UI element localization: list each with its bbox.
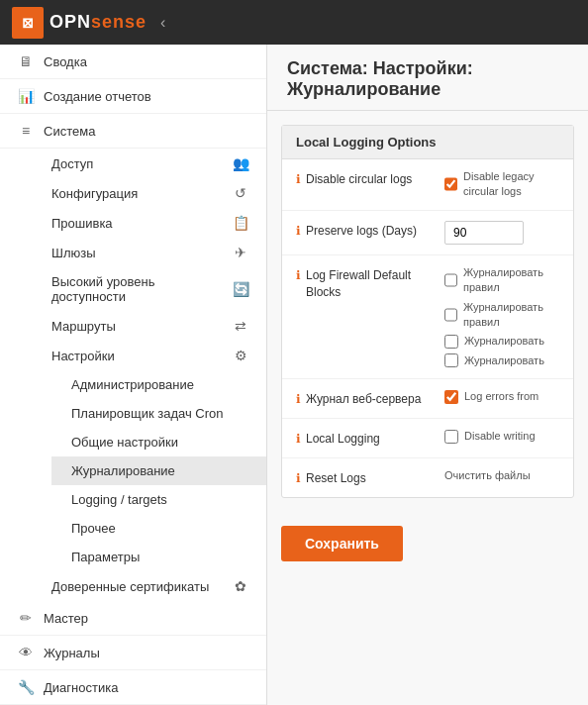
log-firewall-value: Журналировать правил Журналировать прави… <box>444 265 559 368</box>
sidebar-item-label: Прочее <box>71 521 116 536</box>
sidebar-item-label: Параметры <box>71 550 140 564</box>
sidebar-item-logtargets[interactable]: Logging / targets <box>51 485 266 514</box>
sidebar-item-label: Планировщик задач Cron <box>71 406 224 421</box>
sidebar-item-logging[interactable]: Журналирование <box>51 456 266 485</box>
sidebar-item-reports[interactable]: 📊 Создание отчетов <box>0 79 266 114</box>
eye-icon: 👁 <box>16 645 36 660</box>
logo: ⊠ OPNsense <box>12 7 147 39</box>
pencil-icon: ✏ <box>16 610 36 626</box>
sidebar-item-label: Диагностика <box>44 680 118 695</box>
log-firewall-cb3[interactable] <box>444 335 458 349</box>
preserve-logs-value <box>444 221 559 245</box>
main-content: Система: Настройки: Журналирование Local… <box>267 45 588 705</box>
sidebar-item-label: Доступ <box>51 156 93 171</box>
sidebar-item-label: Сводка <box>44 54 87 69</box>
local-logging-desc: Disable writing <box>464 429 536 444</box>
local-logging-section: Local Logging Options ℹ Disable circular… <box>281 125 574 498</box>
sidebar-item-params[interactable]: Параметры <box>51 543 266 571</box>
sidebar-item-routes[interactable]: Маршруты ⇄ <box>36 311 266 341</box>
log-firewall-desc3: Журналировать <box>464 334 544 349</box>
sidebar-item-journalslogs[interactable]: 👁 Журналы <box>0 636 266 670</box>
reset-logs-desc: Очистить файлы <box>444 468 559 483</box>
disable-circular-row: ℹ Disable circular logs Disable legacy c… <box>282 159 573 211</box>
local-logging-row: ℹ Local Logging Disable writing <box>282 419 573 458</box>
sidebar-item-label: Конфигурация <box>51 186 138 201</box>
sidebar-item-misc[interactable]: Прочее <box>51 514 266 543</box>
label-text: Disable circular logs <box>306 171 412 188</box>
sidebar: 🖥 Сводка 📊 Создание отчетов ≡ Система До… <box>0 45 267 705</box>
log-firewall-row: ℹ Log Firewall Default Blocks Журналиров… <box>282 255 573 379</box>
label-text: Журнал веб-сервера <box>306 391 421 408</box>
save-button[interactable]: Сохранить <box>281 526 403 561</box>
sync-icon: 🔄 <box>231 281 250 297</box>
sidebar-item-label: Создание отчетов <box>44 89 151 104</box>
label-text: Preserve logs (Days) <box>306 223 417 240</box>
info-icon: ℹ <box>296 471 301 485</box>
sidebar-item-admin[interactable]: Администрирование <box>51 370 266 399</box>
web-server-log-row: ℹ Журнал веб-сервера Log errors from <box>282 379 573 419</box>
web-server-log-value: Log errors from <box>444 389 559 404</box>
label-text: Log Firewall Default Blocks <box>306 267 435 301</box>
sidebar-item-diag[interactable]: 🔧 Диагностика <box>0 670 266 705</box>
sidebar-item-config[interactable]: Конфигурация ↺ <box>36 178 266 208</box>
sidebar-toggle-icon[interactable]: ‹ <box>160 14 165 32</box>
disable-circular-desc: Disable legacy circular logs <box>463 169 559 200</box>
local-logging-checkbox[interactable] <box>444 430 458 444</box>
web-server-log-desc: Log errors from <box>464 389 539 404</box>
users-icon: 👥 <box>231 155 250 171</box>
label-text: Reset Logs <box>306 470 366 487</box>
sidebar-item-firmware[interactable]: Прошивка 📋 <box>36 208 266 238</box>
sidebar-item-system[interactable]: ≡ Система <box>0 114 266 149</box>
cert-icon: ✿ <box>231 578 250 594</box>
refresh-icon: ↺ <box>231 185 250 201</box>
info-icon: ℹ <box>296 392 301 406</box>
firmware-icon: 📋 <box>231 215 250 231</box>
sidebar-item-settings[interactable]: Настройки ⚙ <box>36 341 266 370</box>
monitor-icon: 🖥 <box>16 53 36 69</box>
sidebar-item-label: Высокий уровень доступности <box>51 274 231 304</box>
sidebar-item-label: Журналирование <box>71 463 175 478</box>
info-icon: ℹ <box>296 172 301 186</box>
disable-circular-value: Disable legacy circular logs <box>444 169 559 200</box>
log-firewall-desc2: Журналировать правил <box>463 300 559 331</box>
gateway-icon: ✈ <box>231 245 250 260</box>
disable-circular-checkbox[interactable] <box>444 177 457 191</box>
sidebar-item-label: Журналы <box>44 646 100 660</box>
log-firewall-cb4[interactable] <box>444 353 458 367</box>
reset-logs-label: ℹ Reset Logs <box>296 468 435 487</box>
sidebar-item-wizard[interactable]: ✏ Мастер <box>0 601 266 636</box>
reset-logs-value: Очистить файлы <box>444 468 559 483</box>
sidebar-item-label: Прошивка <box>51 216 113 231</box>
sidebar-item-access[interactable]: Доступ 👥 <box>36 149 266 178</box>
sidebar-item-cron[interactable]: Планировщик задач Cron <box>51 399 266 428</box>
info-icon: ℹ <box>296 432 301 446</box>
preserve-logs-input[interactable] <box>444 221 524 245</box>
preserve-logs-row: ℹ Preserve logs (Days) <box>282 211 573 255</box>
sidebar-item-label: Настройки <box>51 349 115 363</box>
sidebar-item-general[interactable]: Общие настройки <box>51 428 266 456</box>
sidebar-item-label: Администрирование <box>71 377 194 392</box>
section-title: Local Logging Options <box>282 126 573 159</box>
sidebar-item-label: Шлюзы <box>51 246 96 260</box>
wrench-icon: 🔧 <box>16 679 36 695</box>
sidebar-item-label: Общие настройки <box>71 435 178 450</box>
logo-icon: ⊠ <box>12 7 44 39</box>
disable-circular-label: ℹ Disable circular logs <box>296 169 435 188</box>
menu-icon: ≡ <box>16 123 36 139</box>
log-firewall-desc1: Журналировать правил <box>463 265 559 296</box>
sidebar-item-summary[interactable]: 🖥 Сводка <box>0 45 266 79</box>
log-firewall-cb2[interactable] <box>444 308 457 322</box>
sidebar-item-label: Маршруты <box>51 319 116 334</box>
sidebar-item-highavail[interactable]: Высокий уровень доступности 🔄 <box>36 267 266 311</box>
log-firewall-label: ℹ Log Firewall Default Blocks <box>296 265 435 301</box>
web-server-log-checkbox[interactable] <box>444 390 458 404</box>
content-header: Система: Настройки: Журналирование <box>267 45 588 111</box>
info-icon: ℹ <box>296 268 301 282</box>
topbar: ⊠ OPNsense ‹ <box>0 0 588 45</box>
routes-icon: ⇄ <box>231 318 250 334</box>
info-icon: ℹ <box>296 224 301 238</box>
sidebar-item-label: Система <box>44 124 95 139</box>
sidebar-item-certs[interactable]: Доверенные сертификаты ✿ <box>36 571 266 601</box>
sidebar-item-gateways[interactable]: Шлюзы ✈ <box>36 238 266 267</box>
log-firewall-cb1[interactable] <box>444 273 457 287</box>
